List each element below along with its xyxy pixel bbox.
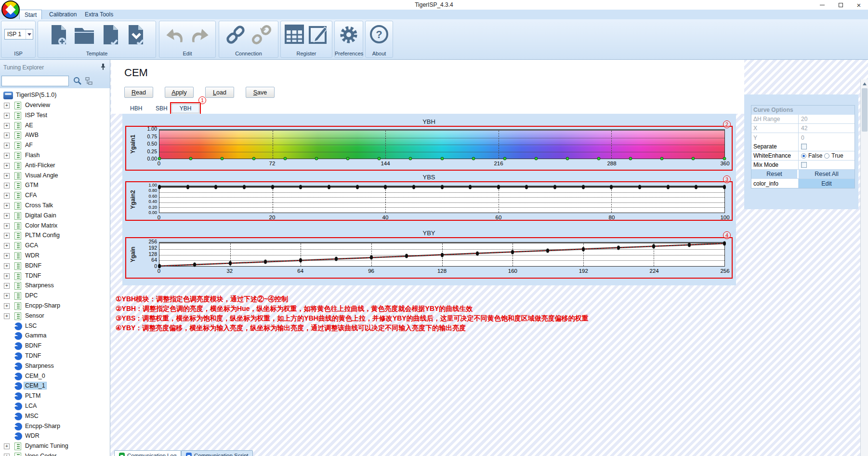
data-point[interactable] bbox=[441, 253, 444, 257]
expand-icon[interactable]: + bbox=[4, 233, 10, 239]
data-point[interactable] bbox=[158, 157, 161, 161]
data-point[interactable] bbox=[283, 157, 287, 161]
tree-item-tdnf[interactable]: TDNF bbox=[0, 351, 110, 361]
data-point[interactable] bbox=[723, 157, 726, 161]
data-point[interactable] bbox=[315, 157, 318, 161]
tree-item-dynamic-tuning[interactable]: +Dynamic Tuning bbox=[0, 442, 110, 451]
data-point[interactable] bbox=[566, 157, 569, 161]
search-icon[interactable] bbox=[73, 77, 82, 85]
expand-icon[interactable]: + bbox=[4, 213, 10, 219]
tree-item-cross-talk[interactable]: +Cross Talk bbox=[0, 201, 110, 211]
data-point[interactable] bbox=[193, 263, 196, 267]
reset-all-button[interactable]: Reset All bbox=[799, 170, 855, 178]
tree-item-encpp-sharp[interactable]: Encpp-Sharp bbox=[0, 422, 110, 431]
mix-mode-checkbox[interactable] bbox=[801, 162, 807, 168]
tree-item-lca[interactable]: LCA bbox=[0, 402, 110, 411]
expand-icon[interactable]: + bbox=[4, 303, 10, 309]
data-point[interactable] bbox=[525, 185, 528, 189]
data-point[interactable] bbox=[695, 185, 697, 189]
tree-item-sharpness[interactable]: +Sharpness bbox=[0, 281, 110, 291]
save-button[interactable]: Save bbox=[246, 87, 275, 98]
redo-icon[interactable] bbox=[189, 24, 210, 45]
tree-item-gtm[interactable]: +GTM bbox=[0, 181, 110, 190]
tree-item-flash[interactable]: +Flash bbox=[0, 151, 110, 161]
data-point[interactable] bbox=[299, 258, 302, 263]
import-template-file-icon[interactable] bbox=[125, 24, 146, 46]
tab-communication-log[interactable]: Communication Log bbox=[114, 450, 181, 456]
connect-link-icon[interactable] bbox=[224, 24, 247, 45]
tree-item-wdr[interactable]: +WDR bbox=[0, 251, 110, 261]
plot-area[interactable] bbox=[159, 186, 725, 213]
color-info-edit-button[interactable]: Edit bbox=[799, 179, 855, 188]
expand-icon[interactable]: + bbox=[4, 113, 10, 119]
data-point[interactable] bbox=[370, 255, 373, 260]
data-point[interactable] bbox=[186, 185, 189, 189]
plot-area[interactable] bbox=[159, 242, 725, 267]
white-enhance-false-radio[interactable] bbox=[801, 153, 806, 159]
chevron-down-icon[interactable] bbox=[26, 29, 33, 39]
tab-extra-tools[interactable]: Extra Tools bbox=[80, 10, 118, 19]
data-point[interactable] bbox=[691, 157, 695, 161]
tab-ybh[interactable]: YBH bbox=[171, 104, 199, 113]
data-point[interactable] bbox=[553, 185, 556, 189]
data-point[interactable] bbox=[384, 185, 387, 189]
data-point[interactable] bbox=[535, 157, 538, 161]
data-point[interactable] bbox=[328, 185, 330, 189]
data-point[interactable] bbox=[299, 185, 302, 189]
data-point[interactable] bbox=[476, 251, 479, 255]
expand-icon[interactable]: + bbox=[4, 443, 10, 449]
isp-select[interactable]: ISP 1 bbox=[4, 29, 33, 40]
expand-icon[interactable]: + bbox=[4, 253, 10, 259]
tree-item-msc[interactable]: MSC bbox=[0, 412, 110, 421]
tree-item-ae[interactable]: +AE bbox=[0, 121, 110, 131]
expand-icon[interactable]: + bbox=[4, 243, 10, 249]
data-point[interactable] bbox=[229, 261, 232, 266]
white-enhance-true-radio[interactable] bbox=[824, 153, 829, 159]
data-point[interactable] bbox=[597, 157, 601, 161]
question-circle-icon[interactable]: ? bbox=[369, 24, 389, 44]
tree-item-visual-angle[interactable]: +Visual Angle bbox=[0, 171, 110, 181]
plot-area[interactable] bbox=[159, 129, 725, 159]
new-template-file-icon[interactable] bbox=[48, 24, 69, 46]
data-point[interactable] bbox=[252, 157, 255, 161]
tree-item-tdnf[interactable]: +TDNF bbox=[0, 271, 110, 281]
data-point[interactable] bbox=[629, 157, 632, 161]
expand-icon[interactable]: + bbox=[4, 283, 10, 289]
load-button[interactable]: Load bbox=[205, 87, 234, 98]
expand-icon[interactable]: + bbox=[4, 123, 10, 129]
data-point[interactable] bbox=[497, 185, 500, 189]
tree-item-gamma[interactable]: Gamma bbox=[0, 331, 110, 341]
data-point[interactable] bbox=[582, 185, 585, 189]
tree-item-cem-0[interactable]: CEM_0 bbox=[0, 372, 110, 381]
expand-icon[interactable]: + bbox=[4, 183, 10, 188]
field-value[interactable]: 20 bbox=[799, 115, 855, 123]
expand-icon[interactable]: + bbox=[4, 173, 10, 179]
data-point[interactable] bbox=[378, 157, 381, 161]
disconnect-broken-link-icon[interactable] bbox=[250, 24, 273, 45]
data-point[interactable] bbox=[356, 185, 359, 189]
gear-icon[interactable] bbox=[338, 24, 359, 45]
data-point[interactable] bbox=[440, 157, 444, 161]
data-point[interactable] bbox=[271, 185, 274, 189]
data-point[interactable] bbox=[264, 260, 267, 264]
tree-item-encpp-sharp[interactable]: +Encpp-Sharp bbox=[0, 301, 110, 311]
tree-item-lsc[interactable]: LSC bbox=[0, 322, 110, 331]
apply-button[interactable]: Apply bbox=[165, 87, 194, 98]
tree-item-wdr[interactable]: WDR bbox=[0, 431, 110, 441]
expand-icon[interactable]: + bbox=[4, 263, 10, 269]
pin-icon[interactable] bbox=[99, 63, 106, 70]
undo-icon[interactable] bbox=[164, 24, 185, 45]
data-point[interactable] bbox=[652, 244, 655, 248]
expand-icon[interactable]: + bbox=[4, 153, 10, 159]
save-template-file-icon[interactable] bbox=[100, 24, 121, 46]
data-point[interactable] bbox=[221, 157, 224, 161]
data-point[interactable] bbox=[469, 185, 472, 189]
field-value[interactable]: 42 bbox=[799, 124, 855, 133]
open-template-folder-icon[interactable] bbox=[73, 24, 96, 46]
expand-icon[interactable]: + bbox=[4, 273, 10, 279]
tab-hbh[interactable]: HBH bbox=[130, 105, 142, 112]
expand-icon[interactable]: + bbox=[4, 163, 10, 169]
expand-icon[interactable]: + bbox=[4, 193, 10, 199]
expand-icon[interactable]: + bbox=[4, 454, 10, 456]
tab-sbh[interactable]: SBH bbox=[156, 105, 168, 112]
